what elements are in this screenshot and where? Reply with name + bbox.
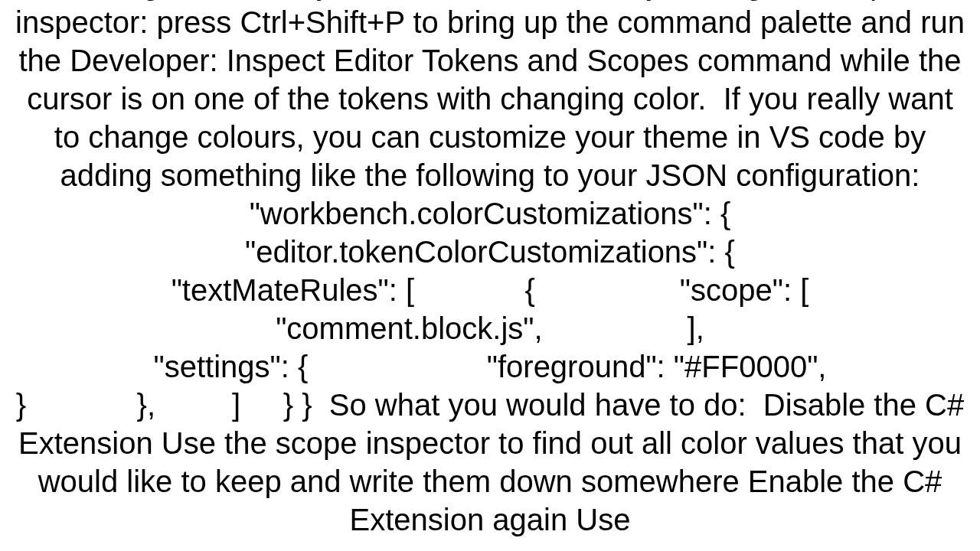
document-page: change colors only, that can be done eas… — [0, 0, 980, 551]
document-body-text: change colors only, that can be done eas… — [15, 0, 965, 539]
